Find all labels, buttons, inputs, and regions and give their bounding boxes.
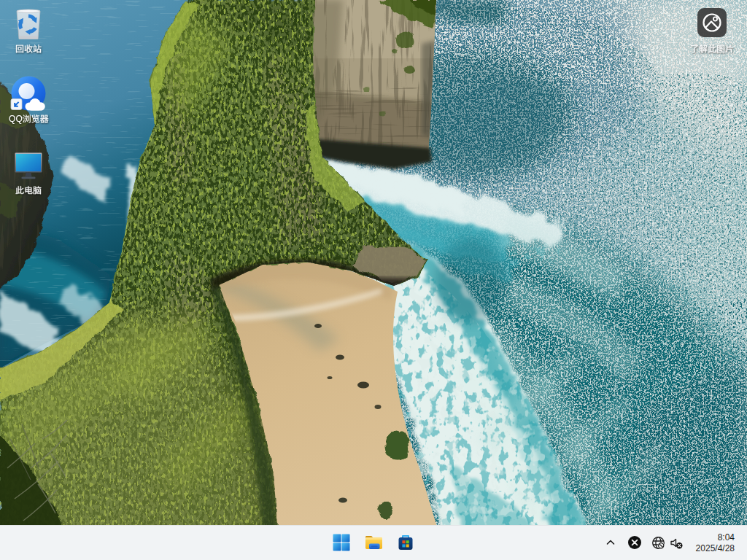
svg-text:Q: Q <box>9 114 15 124</box>
svg-text:Q: Q <box>15 114 22 124</box>
